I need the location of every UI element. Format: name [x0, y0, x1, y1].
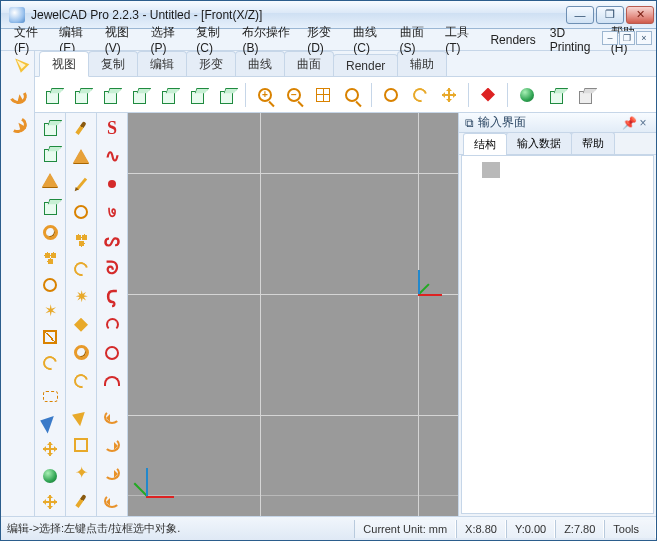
- redo-icon: [7, 114, 29, 134]
- pencil-tool[interactable]: [68, 171, 95, 197]
- gem-frame-tool[interactable]: [37, 325, 64, 349]
- close-button[interactable]: ✕: [626, 6, 654, 24]
- turn-tool[interactable]: [99, 312, 126, 338]
- zoom-window-button[interactable]: [339, 82, 365, 108]
- select-tool[interactable]: [4, 53, 31, 80]
- menu-surface[interactable]: 曲面(S): [393, 22, 439, 57]
- gear-tool[interactable]: ✷: [68, 284, 95, 310]
- view-cube-2[interactable]: [68, 82, 94, 108]
- menu-3dprinting[interactable]: 3D Printing: [543, 24, 604, 56]
- rotate-icon: [410, 85, 429, 104]
- panel-close-button[interactable]: ×: [636, 116, 650, 130]
- menu-curve[interactable]: 曲线(C): [346, 22, 392, 57]
- circle-curve-tool[interactable]: [99, 340, 126, 366]
- view-cube-4[interactable]: [126, 82, 152, 108]
- menu-view[interactable]: 视图(V): [98, 22, 144, 57]
- redo-button[interactable]: [4, 111, 31, 138]
- ring-tool[interactable]: [37, 273, 64, 297]
- zoom-fit-button[interactable]: [310, 82, 336, 108]
- wave-tool[interactable]: ∿: [99, 143, 126, 169]
- menu-renders[interactable]: Renders: [483, 31, 542, 49]
- zoom-out-button[interactable]: −: [281, 82, 307, 108]
- star-tool[interactable]: ✶: [37, 299, 64, 323]
- lasso-select-tool[interactable]: [37, 385, 64, 409]
- status-message: 编辑->选择:左键点击/拉框选中对象.: [1, 521, 354, 536]
- panel-body[interactable]: [461, 155, 654, 514]
- sphere-prim-tool[interactable]: [37, 464, 64, 488]
- menu-select[interactable]: 选择(P): [144, 22, 190, 57]
- move4way-tool[interactable]: [37, 490, 64, 514]
- spiral-tool[interactable]: ᘐ: [99, 255, 126, 281]
- pointer-icon: [72, 408, 90, 426]
- swirl-edit-tool[interactable]: [68, 255, 95, 281]
- pointer2-tool[interactable]: [68, 404, 95, 430]
- shade-cube-button[interactable]: [543, 82, 569, 108]
- panel-tab-input[interactable]: 输入数据: [506, 132, 572, 154]
- bend-tool[interactable]: [68, 368, 95, 394]
- mdi-minimize-button[interactable]: –: [602, 31, 618, 45]
- shape-tool[interactable]: [68, 312, 95, 338]
- undo-button[interactable]: [4, 82, 31, 109]
- zoom-out-icon: −: [287, 88, 301, 102]
- swirl-tool[interactable]: [37, 351, 64, 375]
- view-cube-1[interactable]: [39, 82, 65, 108]
- loop-tool[interactable]: ᔕ: [99, 227, 126, 253]
- box-tool[interactable]: [37, 115, 64, 139]
- link-tool[interactable]: [68, 227, 95, 253]
- tab-view[interactable]: 视图: [39, 51, 89, 77]
- paint-tool[interactable]: [68, 488, 95, 514]
- dot-tool[interactable]: [99, 171, 126, 197]
- status-tools[interactable]: Tools: [604, 520, 656, 538]
- menu-tools[interactable]: 工具(T): [438, 22, 483, 57]
- view-cube-3[interactable]: [97, 82, 123, 108]
- point-select-tool[interactable]: [37, 411, 64, 435]
- shade-sphere-button[interactable]: [514, 82, 540, 108]
- pan-button[interactable]: [436, 82, 462, 108]
- app-body: 视图 复制 编辑 形变 曲线 曲面 Render 辅助 + −: [1, 51, 656, 516]
- cylinder-icon: [42, 198, 58, 214]
- grow-tool[interactable]: ✦: [68, 460, 95, 486]
- torus-tool[interactable]: [37, 220, 64, 244]
- arc-tool[interactable]: [99, 368, 126, 394]
- view-cube-6[interactable]: [184, 82, 210, 108]
- menu-copy[interactable]: 复制(C): [189, 22, 235, 57]
- menu-deform[interactable]: 形变(D): [300, 22, 346, 57]
- cycle-icon: [104, 494, 120, 508]
- view-cube-7[interactable]: [213, 82, 239, 108]
- scale-tool[interactable]: [68, 432, 95, 458]
- mdi-close-button[interactable]: ×: [636, 31, 652, 45]
- undo-small[interactable]: [99, 404, 126, 430]
- panel-placeholder: [482, 162, 500, 178]
- orbit-tool[interactable]: [68, 199, 95, 225]
- cone-solid-tool[interactable]: [68, 143, 95, 169]
- panel-tab-structure[interactable]: 结构: [463, 133, 507, 155]
- cycle-tool[interactable]: [99, 488, 126, 514]
- ring2-tool[interactable]: [68, 340, 95, 366]
- minimize-button[interactable]: —: [566, 6, 594, 24]
- panel-titlebar[interactable]: ⧉ 输入界面 📌 ×: [459, 113, 656, 133]
- prism-tool[interactable]: [37, 141, 64, 165]
- orbit-button[interactable]: [378, 82, 404, 108]
- tab-render[interactable]: Render: [333, 54, 398, 76]
- zoom-in-button[interactable]: +: [252, 82, 278, 108]
- cylinder-tool[interactable]: [37, 194, 64, 218]
- cone-tool[interactable]: [37, 168, 64, 192]
- mdi-restore-button[interactable]: ❐: [619, 31, 635, 45]
- menu-boolean[interactable]: 布尔操作(B): [235, 22, 300, 57]
- knot-tool[interactable]: [37, 246, 64, 270]
- s-curve-tool[interactable]: S: [99, 115, 126, 141]
- move-tool[interactable]: [37, 437, 64, 461]
- panel-pin-button[interactable]: 📌: [622, 116, 636, 130]
- view-cube-5[interactable]: [155, 82, 181, 108]
- panel-tab-help[interactable]: 帮助: [571, 132, 615, 154]
- brush-tool[interactable]: [68, 115, 95, 141]
- maximize-button[interactable]: ❐: [596, 6, 624, 24]
- axis-button[interactable]: [475, 82, 501, 108]
- bezier-tool[interactable]: ७: [99, 199, 126, 225]
- refresh-tool[interactable]: [99, 460, 126, 486]
- hook-tool[interactable]: Ϛ: [99, 284, 126, 310]
- viewport[interactable]: ⧉ 输入界面 📌 × 结构 输入数据 帮助: [128, 113, 656, 516]
- wire-cube-button[interactable]: [572, 82, 598, 108]
- rotate-button[interactable]: [407, 82, 433, 108]
- redo-small[interactable]: [99, 432, 126, 458]
